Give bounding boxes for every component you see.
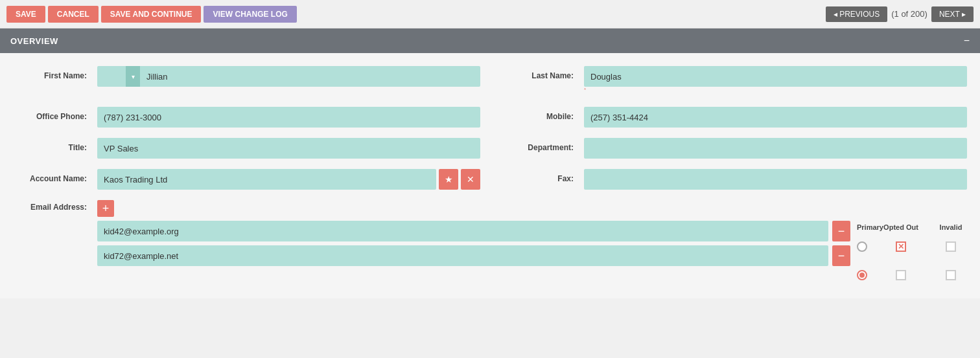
add-email-button[interactable]: +	[97, 200, 114, 217]
email-1-opted-out-col: ✕	[881, 241, 920, 252]
opted-out-flag-label: Opted Out	[881, 223, 920, 231]
first-name-label: First Name:	[13, 66, 97, 80]
last-name-label: Last Name:	[500, 66, 584, 80]
dept-col: Department:	[480, 138, 967, 159]
radio-inner-icon	[859, 273, 865, 278]
fax-input-wrap	[584, 169, 967, 190]
account-name-label: Account Name:	[13, 169, 97, 183]
email-label: Email Address:	[13, 200, 97, 212]
last-name-col: Last Name: *	[480, 66, 967, 96]
email-row: Email Address: + −	[13, 200, 967, 285]
name-prefix-select[interactable]: Mr Ms Mrs Dr	[97, 66, 126, 87]
primary-flag-label: Primary	[857, 223, 867, 231]
office-phone-input-wrap	[97, 107, 480, 128]
email-1-flags: ✕	[857, 236, 967, 257]
fax-input[interactable]	[584, 169, 967, 190]
page-info: (1 of 200)	[891, 9, 928, 19]
save-and-continue-button[interactable]: SAVE AND CONTINUE	[101, 6, 202, 23]
account-name-group: ★ ✕	[97, 169, 480, 190]
required-indicator: *	[584, 87, 586, 93]
title-input[interactable]	[97, 138, 480, 159]
email-2-flags	[857, 265, 967, 285]
remove-email-2-button[interactable]: −	[832, 245, 850, 266]
view-change-log-button[interactable]: VIEW CHANGE LOG	[204, 6, 296, 23]
prefix-dropdown-arrow[interactable]: ▾	[126, 66, 140, 87]
mobile-input[interactable]	[584, 107, 967, 128]
title-dept-row: Title: Department:	[13, 138, 967, 159]
dept-input-wrap	[584, 138, 967, 159]
opted-out-check-icon: ✕	[898, 242, 904, 251]
title-input-wrap	[97, 138, 480, 159]
last-name-input-wrap: *	[584, 66, 967, 96]
previous-button[interactable]: ◂ PREVIOUS	[826, 6, 887, 22]
first-name-input-wrap: Mr Ms Mrs Dr ▾	[97, 66, 480, 87]
email-row-2: −	[97, 245, 850, 266]
office-phone-label: Office Phone:	[13, 107, 97, 121]
first-name-input[interactable]	[140, 66, 480, 87]
minus-icon-2: −	[838, 249, 845, 263]
email-1-opted-out-checkbox[interactable]: ✕	[896, 241, 906, 252]
account-name-input[interactable]	[97, 169, 436, 190]
mobile-col: Mobile:	[480, 107, 967, 128]
email-input-1[interactable]	[97, 221, 828, 241]
email-input-2[interactable]	[97, 245, 828, 266]
save-button[interactable]: SAVE	[6, 6, 45, 23]
x-icon: ✕	[467, 174, 474, 185]
form-area: First Name: Mr Ms Mrs Dr ▾ Last Name:	[0, 53, 980, 298]
pagination: ◂ PREVIOUS (1 of 200) NEXT ▸	[826, 6, 974, 22]
department-label: Department:	[500, 138, 584, 152]
email-1-invalid-col	[935, 241, 967, 252]
mobile-label: Mobile:	[500, 107, 584, 121]
phone-row: Office Phone: Mobile:	[13, 107, 967, 128]
name-row: First Name: Mr Ms Mrs Dr ▾ Last Name:	[13, 66, 967, 96]
email-2-primary-col	[857, 270, 867, 280]
overview-section-header: OVERVIEW −	[0, 28, 980, 53]
remove-email-1-button[interactable]: −	[832, 221, 850, 241]
email-2-primary-radio[interactable]	[857, 270, 867, 280]
account-clear-button[interactable]: ✕	[461, 169, 480, 190]
minus-icon-1: −	[838, 225, 845, 238]
title-label: Title:	[13, 138, 97, 152]
email-2-invalid-col	[935, 270, 967, 280]
email-input-wrap: + − −	[97, 200, 850, 270]
email-col: Email Address: + −	[13, 200, 850, 270]
first-name-col: First Name: Mr Ms Mrs Dr ▾	[13, 66, 480, 87]
email-1-invalid-checkbox[interactable]	[946, 241, 956, 252]
department-input[interactable]	[584, 138, 967, 159]
cancel-button[interactable]: CANCEL	[48, 6, 99, 23]
first-name-group: Mr Ms Mrs Dr ▾	[97, 66, 480, 87]
email-2-invalid-checkbox[interactable]	[946, 270, 956, 280]
account-fax-row: Account Name: ★ ✕ Fax:	[13, 169, 967, 190]
email-1-primary-radio[interactable]	[857, 241, 867, 252]
minimize-button[interactable]: −	[964, 35, 970, 47]
section-title: OVERVIEW	[10, 36, 58, 46]
plus-icon: +	[102, 202, 110, 216]
toolbar: SAVE CANCEL SAVE AND CONTINUE VIEW CHANG…	[0, 0, 980, 28]
email-2-opted-out-checkbox[interactable]	[896, 270, 906, 280]
account-name-input-wrap: ★ ✕	[97, 169, 480, 190]
last-name-input[interactable]	[584, 66, 967, 87]
star-icon: ★	[445, 174, 453, 185]
office-phone-input[interactable]	[97, 107, 480, 128]
email-flags-header: Primary Opted Out Invalid	[857, 223, 967, 231]
invalid-flag-label: Invalid	[935, 223, 967, 231]
fax-label: Fax:	[500, 169, 584, 183]
fax-col: Fax:	[480, 169, 967, 190]
email-row-1: −	[97, 221, 850, 241]
office-phone-col: Office Phone:	[13, 107, 480, 128]
next-button[interactable]: NEXT ▸	[931, 6, 974, 22]
account-name-col: Account Name: ★ ✕	[13, 169, 480, 190]
account-select-button[interactable]: ★	[439, 169, 458, 190]
email-flags-section: Primary Opted Out Invalid ✕	[850, 200, 967, 285]
mobile-input-wrap	[584, 107, 967, 128]
email-2-opted-out-col	[881, 270, 920, 280]
title-col: Title:	[13, 138, 480, 159]
email-1-primary-col	[857, 241, 867, 252]
